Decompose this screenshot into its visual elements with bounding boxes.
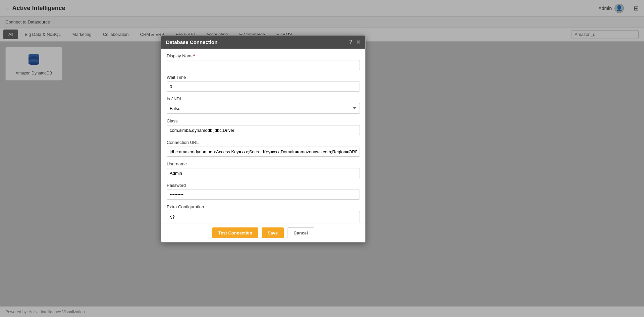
username-label: Username — [167, 161, 360, 166]
modal-header: Database Connection ? ✕ — [161, 36, 365, 49]
display-name-label: Display Name* — [167, 53, 360, 58]
modal-footer: Test Connection Save Cancel — [161, 223, 365, 242]
display-name-group: Display Name* — [167, 53, 360, 70]
password-group: Password — [167, 183, 360, 200]
is-jndi-group: Is JNDI False True — [167, 96, 360, 114]
is-jndi-select[interactable]: False True — [167, 103, 360, 114]
password-input[interactable] — [167, 190, 360, 200]
cancel-button[interactable]: Cancel — [287, 227, 314, 238]
extra-config-label: Extra Configuration — [167, 204, 360, 209]
modal-help-button[interactable]: ? — [349, 39, 352, 45]
class-input[interactable] — [167, 125, 360, 135]
modal-body: Display Name* Wait Time Is JNDI False Tr… — [161, 49, 365, 223]
display-name-input[interactable] — [167, 60, 360, 70]
connection-url-input[interactable] — [167, 147, 360, 157]
modal-title: Database Connection — [166, 39, 217, 45]
modal-close-button[interactable]: ✕ — [356, 39, 361, 45]
wait-time-label: Wait Time — [167, 75, 360, 80]
is-jndi-label: Is JNDI — [167, 96, 360, 101]
extra-config-group: Extra Configuration {} — [167, 204, 360, 223]
username-input[interactable] — [167, 168, 360, 178]
test-connection-button[interactable]: Test Connection — [212, 227, 258, 238]
class-label: Class — [167, 118, 360, 123]
wait-time-input[interactable] — [167, 82, 360, 92]
save-button[interactable]: Save — [262, 227, 284, 238]
password-label: Password — [167, 183, 360, 188]
connection-url-label: Connection URL — [167, 140, 360, 145]
wait-time-group: Wait Time — [167, 75, 360, 92]
class-group: Class — [167, 118, 360, 135]
modal-header-actions: ? ✕ — [349, 39, 361, 45]
database-connection-modal: Database Connection ? ✕ Display Name* Wa… — [161, 35, 366, 243]
extra-config-textarea[interactable]: {} — [167, 211, 360, 223]
connection-url-group: Connection URL — [167, 140, 360, 157]
username-group: Username — [167, 161, 360, 178]
